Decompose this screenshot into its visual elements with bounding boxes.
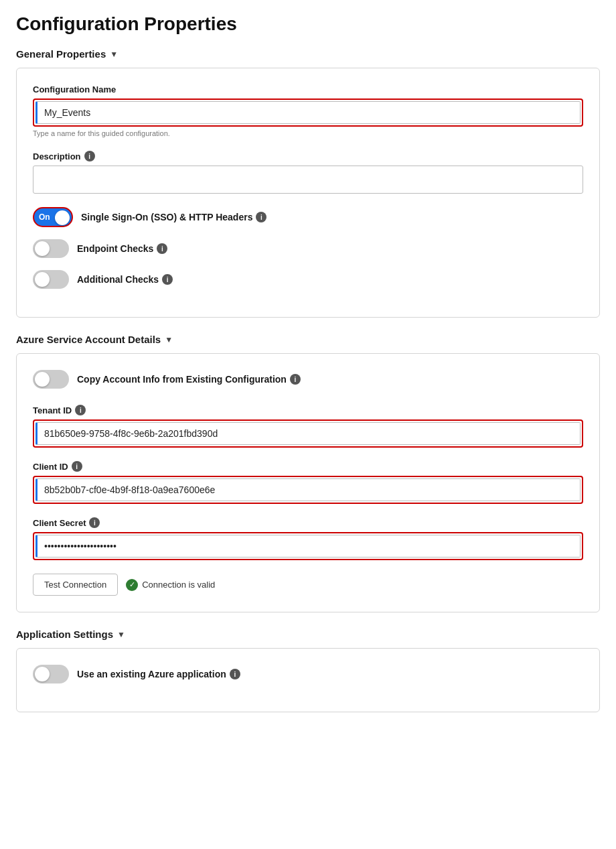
tenant-id-label: Tenant ID i: [33, 405, 583, 415]
config-name-input-wrapper: [33, 99, 583, 127]
client-secret-group: Client Secret i: [33, 517, 583, 560]
test-connection-row: Test Connection ✓ Connection is valid: [33, 574, 583, 596]
application-settings-label: Application Settings: [16, 629, 113, 640]
additional-checks-label: Additional Checks i: [77, 274, 173, 285]
copy-account-info-icon[interactable]: i: [290, 374, 301, 385]
application-settings-chevron: ▼: [117, 630, 125, 639]
client-id-label: Client ID i: [33, 461, 583, 472]
client-secret-label: Client Secret i: [33, 517, 583, 528]
azure-service-header[interactable]: Azure Service Account Details ▼: [16, 334, 600, 345]
client-id-input-wrapper: [33, 476, 583, 504]
sso-label: Single Sign-On (SSO) & HTTP Headers i: [81, 212, 266, 222]
use-existing-toggle-row: Use an existing Azure application i: [33, 665, 583, 683]
azure-service-card: Copy Account Info from Existing Configur…: [16, 353, 600, 612]
sso-toggle[interactable]: On: [33, 207, 73, 227]
client-secret-input[interactable]: [35, 535, 581, 558]
general-properties-header[interactable]: General Properties ▼: [16, 48, 600, 60]
tenant-id-group: Tenant ID i: [33, 405, 583, 448]
use-existing-info-icon[interactable]: i: [230, 669, 240, 679]
copy-account-label: Copy Account Info from Existing Configur…: [77, 374, 301, 385]
sso-info-icon[interactable]: i: [256, 212, 266, 222]
sso-toggle-label: On: [39, 212, 50, 222]
description-group: Description i: [33, 151, 583, 194]
description-info-icon[interactable]: i: [84, 151, 95, 161]
config-name-input[interactable]: [35, 101, 581, 124]
endpoint-checks-toggle[interactable]: [33, 239, 69, 258]
additional-checks-toggle-row: Additional Checks i: [33, 270, 583, 289]
general-properties-chevron: ▼: [110, 50, 118, 59]
copy-account-toggle[interactable]: [33, 370, 69, 389]
use-existing-label: Use an existing Azure application i: [77, 669, 240, 679]
use-existing-toggle[interactable]: [33, 665, 69, 683]
sso-toggle-row: On Single Sign-On (SSO) & HTTP Headers i: [33, 207, 583, 227]
azure-service-label: Azure Service Account Details: [16, 334, 161, 345]
endpoint-checks-info-icon[interactable]: i: [157, 243, 167, 254]
application-settings-header[interactable]: Application Settings ▼: [16, 629, 600, 640]
connection-status: ✓ Connection is valid: [126, 579, 215, 591]
test-connection-button[interactable]: Test Connection: [33, 574, 118, 596]
additional-checks-info-icon[interactable]: i: [162, 274, 173, 285]
description-input[interactable]: [33, 166, 583, 194]
connection-check-icon: ✓: [126, 579, 138, 591]
sso-toggle-knob: [55, 210, 70, 225]
client-secret-input-wrapper: [33, 532, 583, 560]
endpoint-checks-label: Endpoint Checks i: [77, 243, 167, 254]
additional-checks-knob: [35, 272, 50, 287]
config-name-group: Configuration Name Type a name for this …: [33, 84, 583, 137]
description-label: Description i: [33, 151, 583, 161]
config-name-label: Configuration Name: [33, 84, 583, 94]
tenant-id-input-wrapper: [33, 419, 583, 448]
general-properties-card: Configuration Name Type a name for this …: [16, 68, 600, 318]
use-existing-knob: [35, 667, 50, 681]
client-id-input[interactable]: [35, 478, 581, 501]
tenant-id-input[interactable]: [35, 422, 581, 445]
tenant-id-info-icon[interactable]: i: [75, 405, 86, 415]
endpoint-checks-knob: [35, 241, 50, 256]
client-secret-info-icon[interactable]: i: [89, 517, 100, 528]
application-settings-card: Use an existing Azure application i: [16, 648, 600, 712]
azure-service-chevron: ▼: [165, 335, 173, 344]
endpoint-checks-toggle-row: Endpoint Checks i: [33, 239, 583, 258]
client-id-info-icon[interactable]: i: [72, 461, 82, 472]
config-name-hint: Type a name for this guided configuratio…: [33, 129, 583, 137]
page-title: Configuration Properties: [16, 13, 600, 35]
client-id-group: Client ID i: [33, 461, 583, 504]
copy-account-knob: [35, 372, 50, 387]
copy-account-toggle-row: Copy Account Info from Existing Configur…: [33, 370, 583, 389]
additional-checks-toggle[interactable]: [33, 270, 69, 289]
connection-status-text: Connection is valid: [142, 580, 215, 590]
general-properties-label: General Properties: [16, 48, 106, 60]
